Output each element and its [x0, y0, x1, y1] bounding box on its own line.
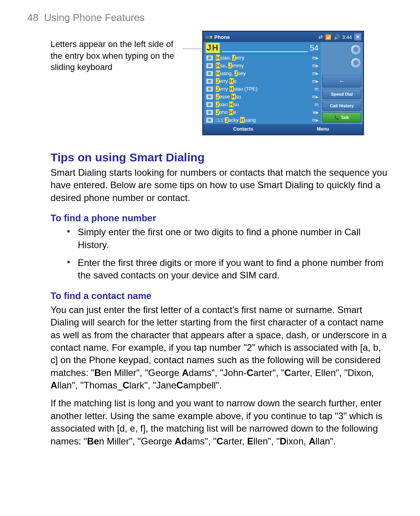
phone-icon	[334, 115, 341, 120]
intro-paragraph: Smart Dialing starts looking for numbers…	[51, 166, 389, 204]
contact-type: m▸	[312, 70, 318, 77]
contact-type: m▸	[312, 78, 318, 85]
windows-flag-icon	[205, 33, 212, 40]
contact-card-icon: ▦	[206, 117, 214, 123]
talk-button[interactable]: Talk	[322, 112, 361, 122]
bullet-item: Enter the first three digits or more if …	[78, 257, 389, 282]
contact-type: m▸	[312, 117, 318, 124]
contact-card-icon: ▦	[206, 78, 214, 84]
app-title: Phone	[214, 34, 318, 40]
contact-card-icon: ▦	[206, 101, 214, 108]
contact-name: Hsiao, Jerry	[216, 54, 311, 61]
menubar: Contacts Menu	[203, 124, 363, 134]
figure-caption: Letters appear on the left side of the e…	[51, 31, 183, 73]
callout-line	[183, 49, 202, 49]
list-item[interactable]: ▦Joan Hsum	[203, 101, 321, 108]
typed-letters: JH	[206, 43, 220, 53]
list-item[interactable]: ▦Jesse Hsum▸	[203, 93, 321, 101]
section-heading: Tips on using Smart Dialing	[51, 151, 389, 164]
contact-type: m▸	[312, 54, 318, 61]
list-item[interactable]: ▦Hsu, Jimmym▸	[203, 62, 321, 70]
softkey-menu[interactable]: Menu	[283, 126, 363, 132]
para-find-contact-1: You can just enter the first letter of a…	[51, 304, 389, 392]
list-item[interactable]: ▦John Hew▸	[203, 108, 321, 116]
contact-name: Huang, Joey	[216, 70, 311, 77]
speed-dial-button[interactable]: Speed Dial	[322, 89, 361, 99]
contact-name: □□□Jacky Huang	[216, 117, 311, 124]
chapter-title: Using Phone Features	[44, 12, 145, 23]
contact-card-icon: ▦	[206, 70, 214, 77]
contact-card-icon: ▦	[206, 63, 214, 69]
call-history-button[interactable]: Call History	[322, 101, 361, 111]
contact-name: Jesse Hsu	[216, 93, 311, 100]
signal-icon: 📶	[325, 34, 331, 40]
contact-card-icon: ▦	[206, 55, 214, 61]
entry-box[interactable]: JH 54	[203, 42, 321, 54]
contact-type: m	[315, 86, 318, 93]
para-find-contact-2: If the matching list is long and you wan…	[51, 397, 389, 448]
contact-name: Hsu, Jimmy	[216, 62, 311, 69]
list-item[interactable]: ▦Hsiao, Jerrym▸	[203, 54, 321, 62]
contact-card-icon: ▦	[206, 86, 214, 92]
contact-type: m▸	[312, 62, 318, 69]
page-header: 48 Using Phone Features	[27, 12, 393, 24]
back-button[interactable]	[322, 75, 361, 87]
contact-name: Jerry Hsiao (TPE)	[216, 86, 313, 93]
close-button[interactable]: ✕	[354, 33, 361, 40]
bullet-item: Simply enter the first one or two digits…	[78, 226, 389, 251]
phone-screenshot: Phone ⇄ 📶 🔊 3:44 ✕ JH 54 ▦Hsiao, Jerrym	[202, 31, 364, 135]
contact-card-icon: ▦	[206, 109, 214, 115]
titlebar: Phone ⇄ 📶 🔊 3:44 ✕	[203, 32, 363, 42]
page-number: 48	[27, 12, 38, 23]
bullets-find-number: Simply enter the first one or two digits…	[51, 226, 389, 282]
softkey-contacts[interactable]: Contacts	[203, 126, 283, 132]
contact-name: Joan Hsu	[216, 101, 313, 108]
volume-icon: 🔊	[334, 34, 340, 40]
contact-name: John He	[216, 109, 311, 116]
results-list: ▦Hsiao, Jerrym▸▦Hsu, Jimmym▸▦Huang, Joey…	[203, 54, 321, 124]
list-item[interactable]: ▦Huang, Joeym▸	[203, 70, 321, 77]
sync-icon: ⇄	[318, 34, 323, 40]
scroll-down-button[interactable]	[350, 58, 361, 68]
contact-type: m	[315, 101, 318, 108]
scroll-up-button[interactable]	[350, 44, 361, 55]
contact-type: w▸	[313, 109, 318, 116]
side-panel: Speed Dial Call History Talk	[321, 42, 363, 124]
match-count: 54	[310, 44, 318, 52]
list-item[interactable]: ▦Jerry Hsiao (TPE)m	[203, 85, 321, 93]
contact-name: Jerry Ho	[216, 78, 311, 85]
contact-type: m▸	[312, 93, 318, 100]
entry-underline	[222, 44, 308, 52]
status-icons: ⇄ 📶 🔊 3:44	[318, 34, 352, 40]
subhead-find-number: To find a phone number	[51, 213, 389, 224]
list-item[interactable]: ▦□□□Jacky Huangm▸	[203, 116, 321, 124]
list-item[interactable]: ▦Jerry Hom▸	[203, 77, 321, 85]
subhead-find-contact: To find a contact name	[51, 290, 389, 301]
contact-card-icon: ▦	[206, 94, 214, 100]
clock-time: 3:44	[342, 34, 352, 40]
